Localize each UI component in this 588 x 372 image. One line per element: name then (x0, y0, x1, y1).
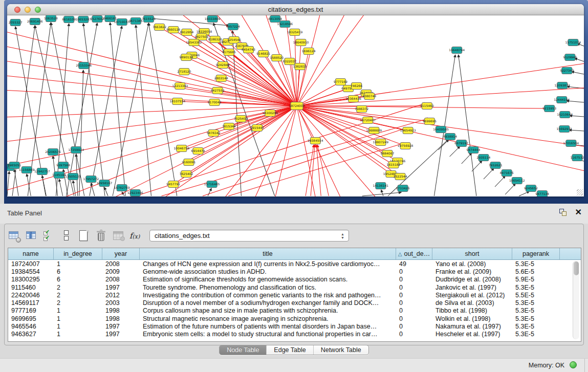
table-cell[interactable]: 5.5E-5 (512, 292, 560, 299)
table-cell[interactable]: 0 (396, 292, 432, 299)
graph-node[interactable]: 7857224 (226, 24, 240, 30)
table-cell[interactable]: Investigating the contribution of common… (140, 292, 396, 299)
table-cell[interactable]: 18300295 (8, 276, 54, 283)
graph-node[interactable]: 9397588 (56, 162, 70, 169)
graph-node[interactable]: 6879197 (454, 140, 468, 147)
graph-node[interactable]: 18640910 (293, 39, 309, 46)
table-cell[interactable]: 18724007 (8, 260, 54, 268)
table-cell[interactable]: 2003 (102, 299, 140, 307)
graph-node[interactable]: 18807249 (373, 139, 389, 146)
graph-node[interactable]: 11156869 (19, 167, 35, 173)
column-header-pagerank[interactable]: pagerank (512, 248, 560, 259)
graph-node[interactable]: 9215953 (542, 105, 556, 112)
table-row[interactable]: 946554611997Estimation of the future num… (8, 322, 581, 330)
graph-node[interactable]: 8186328 (208, 36, 222, 43)
graph-node[interactable]: 20206576 (45, 149, 61, 156)
table-cell[interactable]: 5.9E-5 (512, 276, 560, 283)
window-resize-grip[interactable] (577, 189, 583, 195)
table-cell[interactable]: 9777169 (8, 307, 54, 314)
tab-network-table[interactable]: Network Table (314, 345, 368, 355)
table-cell[interactable]: 0 (396, 331, 432, 338)
graph-node[interactable]: 12942757 (34, 168, 50, 175)
memory-status-indicator[interactable] (570, 361, 577, 368)
new-document-icon[interactable] (77, 229, 91, 243)
graph-node[interactable]: 16782759 (114, 185, 130, 191)
table-cell[interactable]: Yano et al. (2008) (432, 260, 512, 268)
graph-node[interactable]: 15716485 (204, 181, 220, 188)
table-cell[interactable]: Stergiakouli et al. (2012) (432, 292, 512, 299)
graph-node[interactable]: 12923446 (127, 190, 143, 196)
graph-node[interactable]: 13505135 (65, 173, 81, 180)
graph-node[interactable]: 18325419 (287, 29, 303, 36)
table-cell[interactable]: 2008 (102, 260, 140, 268)
graph-node[interactable]: 19384554 (308, 138, 323, 144)
table-cell[interactable]: Structural magnetic resonance image aver… (140, 315, 396, 322)
table-cell[interactable]: 9463627 (8, 331, 54, 338)
table-cell[interactable]: 0 (396, 268, 432, 275)
table-cell[interactable]: Nakamura et al. (1997) (432, 323, 512, 330)
table-cell[interactable]: 0 (396, 315, 432, 322)
graph-node[interactable]: 5878342 (207, 130, 221, 137)
table-cell[interactable]: 5.3E-5 (512, 260, 560, 268)
graph-node[interactable]: 10958167 (97, 180, 113, 187)
graph-node[interactable]: 9474444 (466, 147, 480, 154)
graph-node[interactable]: 10719155 (114, 19, 130, 26)
table-cell[interactable]: 1 (54, 331, 102, 338)
table-cell[interactable]: 1997 (102, 323, 140, 330)
graph-node[interactable]: 19654923 (400, 127, 416, 134)
table-row[interactable]: 1456911722003Disruption of a novel membe… (8, 299, 581, 307)
table-selector-dropdown[interactable]: citations_edges.txt ▲▼ (149, 230, 349, 242)
graph-node[interactable]: 2803144 (214, 75, 228, 82)
table-cell[interactable]: 0 (396, 307, 432, 314)
table-cell[interactable]: Estimation of the future numbers of pati… (140, 323, 396, 330)
table-cell[interactable]: 19384554 (8, 268, 54, 275)
graph-node[interactable]: 9699695 (423, 118, 437, 125)
graph-node[interactable]: 9671385 (129, 18, 143, 25)
graph-node[interactable]: 17359924 (68, 147, 84, 154)
table-row[interactable]: 1830029562008Estimation of significance … (8, 276, 581, 283)
table-cell[interactable]: Hescheler et al. (1997) (432, 331, 512, 338)
graph-node[interactable]: 15751074 (565, 39, 581, 46)
table-cell[interactable]: 1 (54, 307, 102, 314)
table-cell[interactable]: 5.3E-5 (512, 315, 560, 322)
table-cell[interactable]: 1 (54, 315, 102, 322)
graph-node[interactable]: 9884067 (381, 150, 395, 157)
table-cell[interactable]: 14569117 (8, 299, 54, 307)
table-cell[interactable]: 1997 (102, 284, 140, 291)
function-builder-icon[interactable]: f(x) (129, 231, 140, 240)
table-cell[interactable]: 9465546 (8, 323, 54, 330)
graph-node[interactable]: 1588520 (270, 55, 284, 61)
graph-node[interactable]: 1615182 (387, 162, 401, 168)
graph-node[interactable]: 7525402 (234, 116, 248, 122)
graph-node[interactable]: 8322037 (283, 58, 297, 65)
graph-node[interactable]: 19756928 (398, 143, 413, 149)
column-header-year[interactable]: year (102, 248, 140, 259)
graph-node[interactable]: 10653287 (75, 16, 91, 23)
table-cell[interactable]: Wolkin et al. (1998) (432, 315, 512, 322)
tab-edge-table[interactable]: Edge Table (267, 345, 313, 355)
graph-node[interactable]: 9660128 (166, 27, 180, 33)
table-cell[interactable]: 0 (396, 299, 432, 307)
graph-node[interactable]: 9477134 (535, 191, 549, 197)
graph-node[interactable]: 20364436 (345, 96, 361, 102)
table-cell[interactable]: 0 (396, 276, 432, 283)
table-cell[interactable]: Embryonic stem cells: a model to study s… (140, 331, 396, 338)
import-table-icon[interactable] (112, 229, 125, 243)
column-header-short[interactable]: short (432, 248, 512, 259)
table-row[interactable]: 2242004622012Investigating the contribut… (8, 291, 581, 299)
graph-node[interactable]: 1696124 (302, 48, 316, 55)
tab-node-table[interactable]: Node Table (220, 345, 267, 355)
table-cell[interactable]: 9699695 (8, 315, 54, 322)
graph-node[interactable]: 16210643 (557, 112, 573, 118)
graph-node[interactable]: 20691406 (27, 18, 43, 25)
graph-node[interactable]: 2055327 (9, 19, 23, 26)
graph-node[interactable]: 18107554 (169, 98, 185, 105)
graph-node[interactable]: 9160091 (182, 159, 195, 166)
graph-node[interactable]: 8454743 (242, 47, 255, 53)
float-panel-icon[interactable] (559, 209, 568, 217)
table-settings-icon[interactable] (8, 229, 21, 243)
graph-node[interactable]: 7932621 (489, 162, 503, 169)
table-cell[interactable]: 22420046 (8, 292, 54, 299)
graph-node[interactable]: 6914479 (191, 148, 205, 155)
graph-node[interactable]: 12093872 (554, 82, 570, 89)
